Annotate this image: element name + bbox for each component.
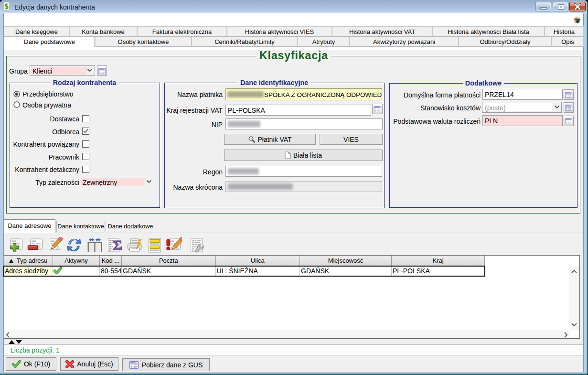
svg-text:$: $ bbox=[4, 2, 9, 11]
svg-text:Σ: Σ bbox=[113, 237, 122, 253]
